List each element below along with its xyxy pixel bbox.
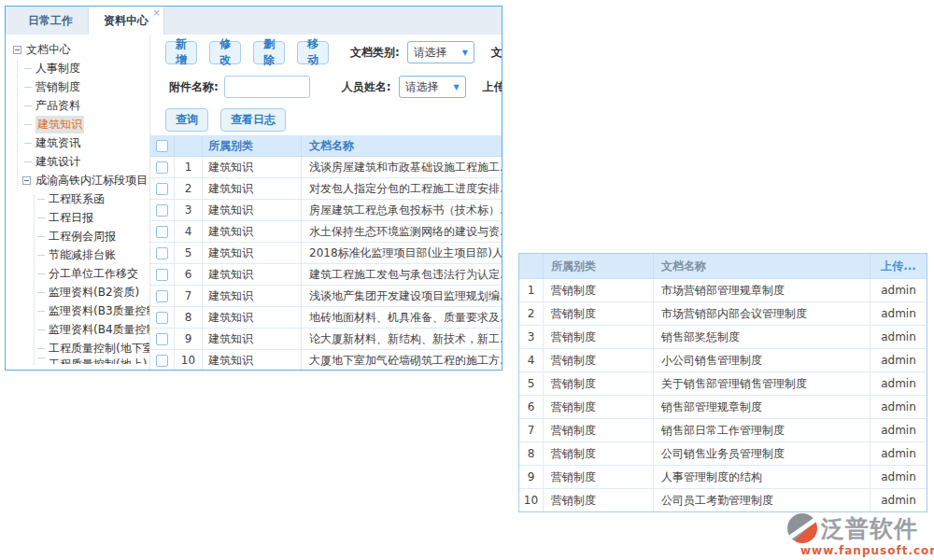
tree-item-construction-news[interactable]: 建筑资讯 (6, 133, 149, 152)
tree-item-label: 建筑资讯 (35, 135, 80, 151)
table-row[interactable]: 6 建筑知识 建筑工程施工发包与承包违法行为认定... (150, 264, 502, 286)
tree-item-supervision-b2[interactable]: 监理资料(B2资质) (6, 283, 149, 301)
close-icon[interactable]: × (153, 7, 161, 18)
row-index: 9 (175, 329, 203, 349)
row-doc-name: 销售部日常工作管理制度 (654, 419, 870, 441)
row-checkbox[interactable] (156, 204, 168, 217)
table-row[interactable]: 5 建筑知识 2018标准化监理项目部(业主项目部)人员... (150, 243, 502, 264)
tree-item-label: 工程联系函 (49, 191, 105, 207)
row-checkbox[interactable] (156, 247, 168, 259)
row-uploader: admin (870, 330, 927, 343)
tree-connector (37, 255, 45, 256)
tree-item-chengyu-rail-project[interactable]: 成渝高铁内江标段项目 (6, 171, 149, 189)
row-uploader: admin (870, 400, 927, 413)
table-row[interactable]: 7 营销制度 销售部日常工作管理制度 admin (519, 419, 927, 442)
tree-item-product-data[interactable]: 产品资料 (6, 96, 149, 115)
tree-item-construction-knowledge[interactable]: 建筑知识 (6, 115, 149, 133)
tree-connector (37, 311, 45, 312)
add-button[interactable]: 新增 (165, 41, 197, 64)
table-row[interactable]: 10 营销制度 公司员工考勤管理制度 admin (519, 489, 927, 512)
row-category: 建筑知识 (203, 221, 302, 242)
view-log-button[interactable]: 查看日志 (220, 108, 286, 132)
upload-date-label-clipped: 上传日期 (483, 79, 502, 95)
delete-button[interactable]: 删除 (253, 41, 285, 64)
select-all-checkbox[interactable] (156, 140, 168, 152)
tree-item-supervision-b4[interactable]: 监理资料(B4质量控制) (6, 320, 149, 339)
tree-item-label: 节能减排台账 (49, 247, 116, 263)
table-row[interactable]: 10 建筑知识 大厦地下室加气砼墙砌筑工程的施工方... (150, 350, 502, 370)
row-checkbox[interactable] (156, 226, 168, 238)
tree-item-marketing-policy[interactable]: 营销制度 (6, 77, 149, 96)
fanpu-logo-icon (787, 513, 817, 543)
tree-item-hr-policy[interactable]: 人事制度 (6, 59, 149, 77)
table-row[interactable]: 1 营销制度 市场营销部管理规章制度 admin (519, 279, 927, 302)
collapse-icon[interactable] (22, 176, 31, 185)
table-row[interactable]: 2 营销制度 市场营销部内部会议管理制度 admin (519, 302, 927, 326)
row-doc-name: 浅谈房屋建筑和市政基础设施工程施工... (302, 160, 502, 175)
tab-bar: 日常工作 资料中心 × (6, 7, 502, 35)
tree-item-work-transfer[interactable]: 分工单位工作移交 (6, 264, 149, 283)
tree-item-weekly-meeting[interactable]: 工程例会周报 (6, 227, 149, 245)
table-row[interactable]: 8 建筑知识 地砖地面材料、机具准备、质量要求及... (150, 307, 502, 329)
row-checkbox[interactable] (156, 355, 168, 367)
table-row[interactable]: 2 建筑知识 对发包人指定分包的工程施工进度安排... (150, 178, 502, 200)
tree-item-quality-control-basement[interactable]: 工程质量控制(地下室) (6, 339, 149, 357)
tree-item-label: 建筑设计 (35, 154, 80, 170)
row-doc-name: 水土保持生态环境监测网络的建设与资... (302, 224, 502, 240)
row-checkbox[interactable] (156, 161, 168, 174)
move-button[interactable]: 移动 (297, 41, 329, 64)
fanpu-logo-text: 泛普软件 (821, 517, 918, 540)
tree-item-label: 工程质量控制(地下室) (49, 341, 150, 357)
doc-category-select[interactable]: 请选择 ▼ (407, 41, 474, 63)
row-index: 10 (519, 489, 544, 511)
column-header-doc-name: 文档名称 (654, 254, 870, 278)
query-button[interactable]: 查询 (165, 108, 208, 132)
row-doc-name: 销售部管理规章制度 (654, 396, 870, 418)
tree-item-project-daily-report[interactable]: 工程日报 (6, 208, 149, 227)
tree-item-label: 工程质量控制(地上) (49, 357, 147, 364)
table-row[interactable]: 1 建筑知识 浅谈房屋建筑和市政基础设施工程施工... (150, 157, 502, 178)
tree-connector (24, 68, 32, 69)
chevron-down-icon: ▼ (453, 83, 459, 91)
tree-item-label: 建筑知识 (35, 116, 84, 133)
row-checkbox[interactable] (156, 183, 168, 195)
tree-item-supervision-b3[interactable]: 监理资料(B3质量控制) (6, 301, 149, 320)
table-row[interactable]: 7 建筑知识 浅谈地产集团开发建设项目监理规划编... (150, 286, 502, 307)
document-list-area: 新增 修改 删除 移动 文档类别: 请选择 ▼ 文档 附件名称: 人员姓名: (150, 35, 502, 370)
tree-item-construction-design[interactable]: 建筑设计 (6, 152, 149, 171)
edit-button[interactable]: 修改 (209, 41, 241, 64)
row-index: 3 (519, 326, 544, 348)
table-row[interactable]: 8 营销制度 公司销售业务员管理制度 admin (519, 442, 927, 466)
row-category: 营销制度 (544, 279, 654, 301)
person-name-select[interactable]: 请选择 ▼ (399, 76, 466, 98)
tab-daily-work[interactable]: 日常工作 (13, 7, 88, 35)
row-checkbox[interactable] (156, 290, 168, 302)
tree-item-document-center[interactable]: 文档中心 (6, 40, 149, 59)
table-row[interactable]: 9 营销制度 人事管理制度的结构 admin (519, 466, 927, 489)
row-checkbox[interactable] (156, 269, 168, 281)
table-row[interactable]: 3 营销制度 销售部奖惩制度 admin (519, 326, 927, 349)
tree-item-energy-saving-ledger[interactable]: 节能减排台账 (6, 245, 149, 264)
tab-data-center[interactable]: 资料中心 × (88, 7, 164, 35)
row-doc-name: 房屋建筑工程总承包投标书（技术标）... (302, 203, 502, 218)
row-uploader: admin (870, 354, 927, 367)
table-row[interactable]: 5 营销制度 关于销售部管理销售管理制度 admin (519, 372, 927, 396)
row-index: 2 (175, 178, 203, 199)
table-row[interactable]: 9 建筑知识 论大厦新材料、新结构、新技术，新工... (150, 329, 502, 350)
row-category: 营销制度 (544, 442, 654, 465)
desktop: 日常工作 资料中心 × 文档中心 人事制度 (0, 0, 934, 560)
table-row[interactable]: 6 营销制度 销售部管理规章制度 admin (519, 396, 927, 419)
table-row[interactable]: 3 建筑知识 房屋建筑工程总承包投标书（技术标）... (150, 200, 502, 221)
table-row[interactable]: 4 建筑知识 水土保持生态环境监测网络的建设与资... (150, 221, 502, 243)
row-category: 营销制度 (544, 326, 654, 348)
collapse-icon[interactable] (13, 46, 21, 54)
document-tree: 文档中心 人事制度 营销制度 产品资料 建筑知识 (6, 35, 150, 370)
attachment-name-input[interactable] (224, 76, 310, 98)
tree-item-project-contact-letter[interactable]: 工程联系函 (6, 189, 149, 208)
tree-connector (24, 161, 32, 162)
tree-item-partial[interactable]: 工程质量控制(地上) (6, 357, 149, 364)
row-checkbox[interactable] (156, 312, 168, 324)
tree-connector (24, 124, 32, 125)
row-checkbox[interactable] (156, 333, 168, 345)
table-row[interactable]: 4 营销制度 小公司销售管理制度 admin (519, 349, 927, 372)
